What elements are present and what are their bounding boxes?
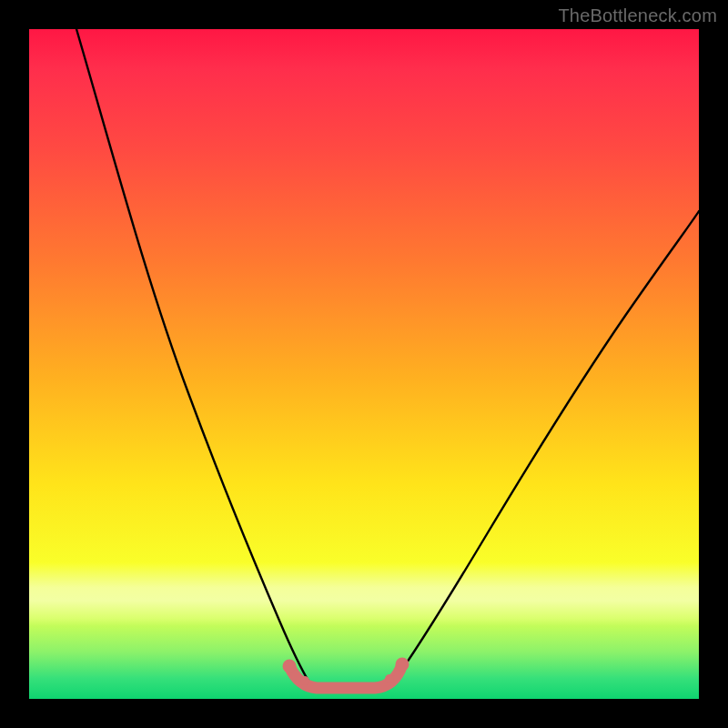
floor-bead-2 bbox=[385, 674, 394, 683]
floor-dot-left bbox=[283, 660, 297, 673]
right-curve bbox=[393, 211, 699, 682]
left-curve bbox=[76, 29, 309, 682]
watermark-text: TheBottleneck.com bbox=[558, 5, 717, 26]
plot-area bbox=[29, 29, 699, 699]
floor-bead-1 bbox=[300, 676, 309, 685]
floor-dot-right bbox=[396, 658, 410, 672]
chart-frame: TheBottleneck.com bbox=[0, 0, 728, 728]
curves-svg bbox=[29, 29, 699, 699]
